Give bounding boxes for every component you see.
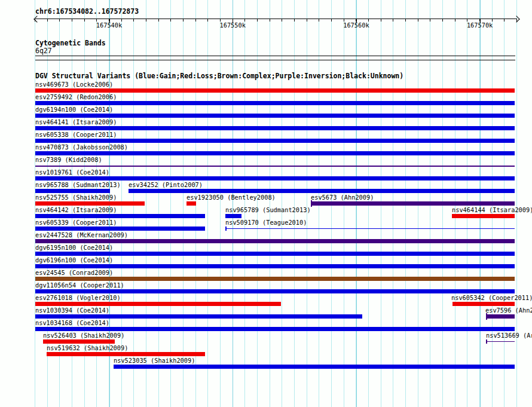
variant-bar[interactable]	[311, 201, 515, 206]
variant-bar[interactable]	[114, 365, 515, 369]
ruler-tick-label: 167550k	[220, 22, 246, 29]
variant-bar[interactable]	[35, 314, 362, 319]
variant-label: nsv519632 (Shaikh2009)	[47, 344, 128, 351]
cytoband-section-title: Cytogenetic Bands	[35, 39, 106, 47]
variant-label: nsv464141 (Itsara2009)	[35, 118, 117, 126]
variant-line[interactable]	[227, 228, 515, 229]
variant-bar[interactable]	[225, 214, 241, 218]
variant-label: dgv6196n100 (Coe2014)	[35, 256, 113, 264]
cytoband-track[interactable]	[35, 56, 515, 60]
variant-label: nsv470873 (Jakobsson2008)	[35, 143, 128, 151]
variant-line[interactable]	[487, 341, 515, 342]
variant-label: nsv464142 (Itsara2009)	[35, 206, 117, 213]
variant-label: nsv525755 (Shaikh2009)	[35, 194, 117, 201]
variant-label: dgv6195n100 (Coe2014)	[35, 244, 113, 251]
grid-major-line	[233, 0, 233, 407]
variant-bar[interactable]	[47, 352, 205, 356]
variant-bar[interactable]	[35, 277, 515, 281]
variant-bar[interactable]	[35, 252, 515, 256]
variant-bar[interactable]	[35, 214, 205, 218]
variant-label: esv7596 (Ahn2	[485, 307, 532, 314]
variant-bar[interactable]	[486, 314, 515, 319]
dgv-section-title: DGV Structural Variants (Blue:Gain;Red:L…	[35, 72, 403, 79]
variant-bar[interactable]	[35, 264, 515, 268]
variant-bar[interactable]	[35, 189, 110, 193]
variant-bar[interactable]	[186, 201, 196, 206]
variant-label: esv34252 (Pinto2007)	[129, 181, 203, 188]
variant-label: esv1923050 (Bentley2008)	[186, 194, 276, 201]
variant-label: nsv605338 (Cooper2011)	[35, 131, 117, 138]
variant-label: esv24545 (Conrad2009)	[35, 269, 113, 276]
variant-label: nsv7389 (Kidd2008)	[35, 156, 102, 163]
variant-label: nsv605342 (Cooper2011)	[451, 294, 532, 301]
variant-bar[interactable]	[35, 302, 281, 306]
variant-start-tick	[311, 200, 312, 207]
variant-bar[interactable]	[35, 227, 205, 231]
variant-label: dgv6194n100 (Coe2014)	[35, 106, 113, 113]
variant-label: nsv1034168 (Coe2014)	[35, 319, 109, 326]
variant-label: esv5673 (Ahn2009)	[311, 194, 374, 201]
ruler-tick-label: 167560k	[343, 22, 369, 29]
variant-label: nsv469673 (Locke2006)	[35, 81, 113, 88]
variant-label: nsv464144 (Itsara2009)	[452, 206, 532, 213]
variant-label: esv2759492 (Redon2006)	[35, 93, 117, 100]
variant-bar[interactable]	[35, 176, 515, 180]
genome-browser-panel: chr6:167534082..167572873 167540k167550k…	[0, 0, 532, 407]
variant-bar[interactable]	[35, 139, 515, 143]
variant-bar[interactable]	[452, 214, 515, 218]
region-label: chr6:167534082..167572873	[35, 8, 139, 15]
variant-bar[interactable]	[35, 88, 515, 93]
variant-label: nsv1019761 (Coe2014)	[35, 169, 109, 176]
variant-label: nsv526403 (Shaikh2009)	[43, 332, 124, 339]
ruler-tick-label: 167540k	[96, 22, 122, 29]
variant-bar[interactable]	[35, 289, 515, 293]
variant-label: esv2761018 (Vogler2010)	[35, 294, 121, 301]
variant-start-tick	[486, 313, 487, 320]
variant-label: nsv513669 (Ar	[486, 332, 532, 339]
variant-bar[interactable]	[35, 239, 515, 243]
variant-bar[interactable]	[35, 327, 515, 331]
variant-bar[interactable]	[43, 339, 115, 344]
variant-label: nsv965788 (Sudmant2013)	[35, 181, 121, 188]
variant-bar[interactable]	[129, 189, 515, 193]
variant-bar[interactable]	[35, 114, 515, 118]
variant-bar[interactable]	[35, 126, 515, 130]
variant-label: nsv965789 (Sudmant2013)	[225, 206, 311, 213]
variant-line[interactable]	[35, 166, 515, 167]
variant-bar[interactable]	[35, 201, 145, 206]
cytoband-name: 6q27	[35, 47, 52, 54]
variant-bar[interactable]	[35, 151, 515, 155]
variant-label: nsv605339 (Cooper2011)	[35, 219, 117, 226]
variant-label: nsv1030394 (Coe2014)	[35, 307, 109, 314]
variant-bar[interactable]	[452, 302, 515, 306]
variant-label: dgv11056n54 (Cooper2011)	[35, 281, 124, 289]
variant-label: nsv523035 (Shaikh2009)	[114, 357, 195, 364]
variant-label: esv2447528 (McKernan2009)	[35, 231, 128, 238]
ruler-tick-label: 167570k	[467, 22, 493, 29]
variant-label: nsv509170 (Teague2010)	[225, 219, 307, 226]
variant-bar[interactable]	[35, 101, 515, 105]
